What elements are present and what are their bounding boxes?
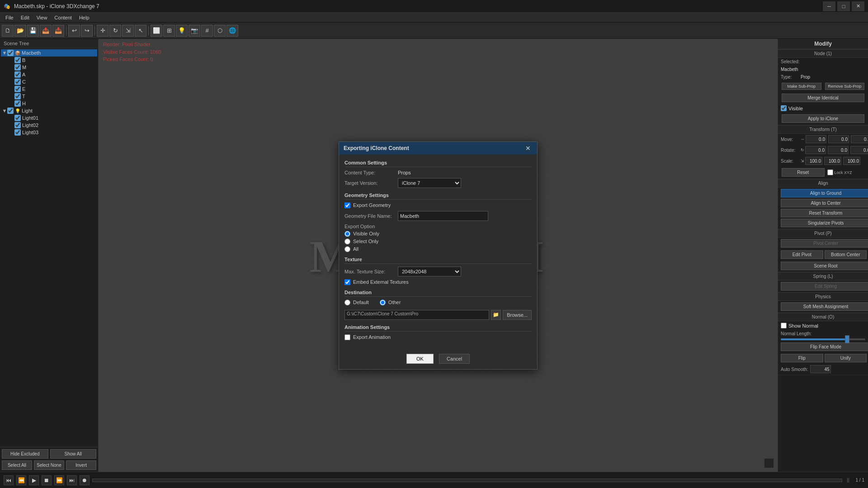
- tb-translate[interactable]: ✛: [97, 25, 108, 37]
- export-geometry-checkbox[interactable]: [344, 202, 350, 208]
- select-all-button[interactable]: Select All: [2, 460, 32, 470]
- tb-grid[interactable]: #: [201, 25, 213, 37]
- make-sub-prop-button[interactable]: Make Sub-Prop: [782, 83, 821, 90]
- rotate-y-input[interactable]: [828, 146, 849, 154]
- tb-light[interactable]: 💡: [176, 25, 188, 37]
- tb-export[interactable]: 📤: [40, 25, 52, 37]
- lock-xyz-checkbox[interactable]: [827, 169, 833, 175]
- tree-checkbox-a[interactable]: [14, 71, 21, 78]
- tree-checkbox-macbeth[interactable]: [7, 50, 14, 56]
- show-normal-checkbox[interactable]: [781, 323, 787, 328]
- destination-browse-button[interactable]: Browse...: [503, 310, 532, 320]
- export-animation-checkbox[interactable]: [344, 334, 350, 340]
- tree-checkbox-t[interactable]: [14, 93, 21, 99]
- all-radio[interactable]: [344, 246, 350, 252]
- tree-checkbox-m[interactable]: [14, 64, 21, 70]
- timeline-bar[interactable]: [92, 479, 842, 482]
- auto-smooth-input[interactable]: [810, 365, 831, 373]
- tb-import[interactable]: 📥: [52, 25, 64, 37]
- tb-view1[interactable]: ⬜: [151, 25, 162, 37]
- tree-expand-macbeth[interactable]: ▼: [2, 50, 7, 56]
- scale-x-input[interactable]: [805, 157, 822, 165]
- viewport[interactable]: Render: Pixel Shader Visible Faces Count…: [99, 39, 778, 472]
- unify-button[interactable]: Unify: [825, 354, 867, 362]
- select-only-radio[interactable]: [344, 239, 350, 244]
- dest-other-radio[interactable]: [380, 300, 386, 305]
- tree-node-macbeth[interactable]: ▼ 📦 Macbeth: [1, 49, 97, 56]
- tree-checkbox-light02[interactable]: [14, 122, 21, 128]
- max-texture-select[interactable]: 2048x2048 1024x1024 512x512: [398, 267, 461, 277]
- visible-checkbox[interactable]: [781, 105, 787, 111]
- tree-checkbox-light[interactable]: [7, 108, 14, 114]
- dest-default-radio[interactable]: [344, 300, 350, 305]
- tree-node-h[interactable]: H: [1, 100, 97, 107]
- tree-node-light01[interactable]: Light01: [1, 114, 97, 122]
- timeline-stop[interactable]: ⏹: [42, 475, 52, 485]
- tb-render[interactable]: 🌐: [226, 25, 238, 37]
- reset-transform-button[interactable]: Reset Transform: [781, 209, 868, 217]
- dialog-ok-button[interactable]: OK: [406, 354, 434, 364]
- tree-node-m[interactable]: M: [1, 64, 97, 71]
- tb-wire[interactable]: ⬡: [214, 25, 226, 37]
- tree-node-a[interactable]: A: [1, 71, 97, 78]
- tree-checkbox-h[interactable]: [14, 100, 21, 107]
- edit-pivot-button[interactable]: Edit Pivot: [781, 250, 823, 259]
- menu-file[interactable]: File: [2, 14, 17, 21]
- menu-help[interactable]: Help: [75, 14, 93, 21]
- menu-edit[interactable]: Edit: [17, 14, 33, 21]
- select-none-button[interactable]: Select None: [34, 460, 64, 470]
- tree-checkbox-light01[interactable]: [14, 115, 21, 121]
- timeline-goto-start[interactable]: ⏮: [4, 475, 14, 485]
- tb-scale[interactable]: ⇲: [122, 25, 134, 37]
- soft-mesh-button[interactable]: Soft Mesh Assignment: [781, 302, 868, 311]
- tree-node-c[interactable]: C: [1, 78, 97, 85]
- tb-redo[interactable]: ↪: [81, 25, 93, 37]
- menu-view[interactable]: View: [33, 14, 51, 21]
- flip-button[interactable]: Flip: [781, 354, 823, 362]
- minimize-button[interactable]: ─: [823, 1, 835, 11]
- singularize-pivots-button[interactable]: Singularize Pivots: [781, 219, 868, 227]
- tb-select[interactable]: ↖: [135, 25, 146, 37]
- scene-root-button[interactable]: Scene Root: [781, 262, 868, 270]
- maximize-button[interactable]: □: [837, 1, 850, 11]
- timeline-record[interactable]: ⏺: [80, 475, 90, 485]
- merge-identical-button[interactable]: Merge Identical: [782, 94, 864, 102]
- move-x-input[interactable]: [806, 135, 826, 143]
- flip-face-mode-button[interactable]: Flip Face Mode: [781, 343, 868, 351]
- geometry-filename-input[interactable]: [398, 211, 488, 221]
- rotate-z-input[interactable]: [850, 146, 868, 154]
- align-ground-button[interactable]: Align to Ground: [781, 189, 868, 197]
- remove-sub-prop-button[interactable]: Remove Sub-Prop: [825, 83, 865, 90]
- show-all-button[interactable]: Show All: [50, 449, 97, 459]
- target-version-select[interactable]: iClone 7 iClone 6 iClone 5: [398, 178, 461, 188]
- dialog-cancel-button[interactable]: Cancel: [439, 354, 470, 364]
- close-button[interactable]: ✕: [852, 1, 864, 11]
- timeline-goto-end[interactable]: ⏭: [67, 475, 77, 485]
- timeline-prev-frame[interactable]: ⏪: [16, 475, 26, 485]
- tb-rotate[interactable]: ↻: [109, 25, 121, 37]
- tb-camera[interactable]: 📷: [189, 25, 200, 37]
- tree-node-t[interactable]: T: [1, 93, 97, 100]
- menu-content[interactable]: Content: [51, 14, 75, 21]
- tree-checkbox-e[interactable]: [14, 86, 21, 92]
- timeline-play[interactable]: ▶: [29, 475, 39, 485]
- tree-node-light[interactable]: ▼ 💡 Light: [1, 107, 97, 114]
- scale-y-input[interactable]: [824, 157, 841, 165]
- align-center-button[interactable]: Align to Center: [781, 199, 868, 207]
- tb-view2[interactable]: ⊞: [163, 25, 175, 37]
- tree-node-e[interactable]: E: [1, 85, 97, 93]
- tree-node-light02[interactable]: Light02: [1, 122, 97, 129]
- dialog-close-button[interactable]: ✕: [524, 145, 533, 152]
- hide-excluded-button[interactable]: Hide Excluded: [2, 449, 48, 459]
- invert-button[interactable]: Invert: [66, 460, 96, 470]
- tree-checkbox-b[interactable]: [14, 57, 21, 63]
- apply-to-iclone-button[interactable]: Apply to iClone: [782, 114, 864, 123]
- tb-save[interactable]: 💾: [27, 25, 39, 37]
- rotate-x-input[interactable]: [805, 146, 826, 154]
- move-z-input[interactable]: [851, 135, 868, 143]
- pivot-center-button[interactable]: Pivot Center: [781, 239, 868, 248]
- tb-new[interactable]: 🗋: [2, 25, 14, 37]
- reset-transform-small-button[interactable]: Reset: [782, 168, 825, 177]
- normal-length-slider[interactable]: [781, 338, 865, 340]
- scene-tree-content[interactable]: ▼ 📦 Macbeth B M A: [0, 48, 98, 447]
